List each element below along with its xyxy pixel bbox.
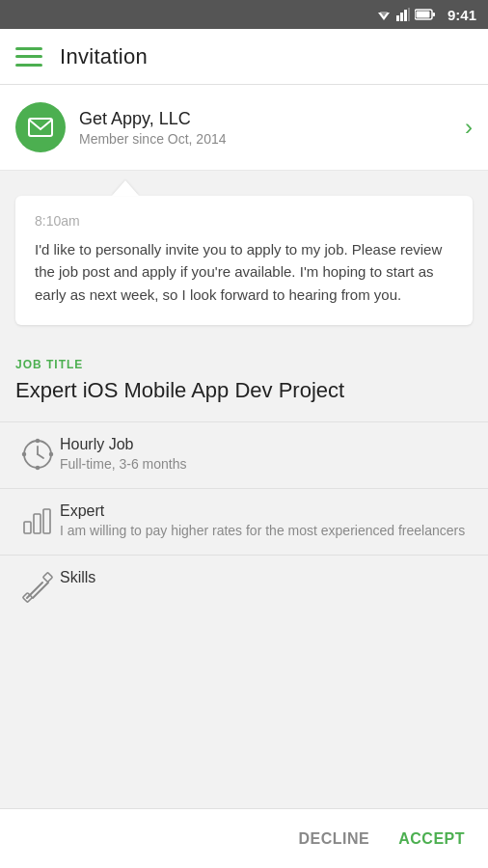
wifi-icon [376,8,392,21]
signal-icon [396,8,410,21]
svg-rect-4 [404,10,407,21]
svg-rect-7 [416,12,429,18]
skills-content: Skills [60,569,473,588]
bars-chart-icon [15,502,60,537]
bottom-action-bar: DECLINE ACCEPT [0,808,488,868]
expert-content: Expert I am willing to pay higher rates … [60,502,473,541]
bubble-arrow [112,180,139,196]
svg-rect-2 [396,15,399,21]
company-info: Get Appy, LLC Member since Oct, 2014 [79,109,465,147]
svg-point-16 [50,453,53,456]
job-section: JOB TITLE Expert iOS Mobile App Dev Proj… [0,342,488,405]
expert-label: Expert [60,502,473,520]
page-title: Invitation [60,44,148,69]
accept-button[interactable]: ACCEPT [398,830,465,848]
top-bar: Invitation [0,29,488,85]
decline-button[interactable]: DECLINE [298,830,369,848]
svg-rect-5 [408,8,410,21]
message-area: 8:10am I'd like to personally invite you… [0,171,488,342]
detail-row-expert: Expert I am willing to pay higher rates … [0,488,488,555]
status-bar: 9:41 [0,0,488,29]
svg-rect-19 [43,509,50,533]
company-name: Get Appy, LLC [79,109,465,129]
message-text: I'd like to personally invite you to app… [35,238,453,306]
svg-point-14 [37,467,40,470]
svg-line-12 [38,454,43,458]
job-title: Expert iOS Mobile App Dev Project [15,377,473,405]
svg-rect-18 [34,514,41,533]
status-time: 9:41 [447,7,476,23]
detail-row-skills: Skills [0,555,488,617]
svg-rect-3 [400,13,403,21]
company-since: Member since Oct, 2014 [79,131,465,147]
chevron-right-icon[interactable]: › [465,116,473,139]
svg-rect-23 [43,572,53,582]
company-card[interactable]: Get Appy, LLC Member since Oct, 2014 › [0,85,488,171]
svg-rect-8 [432,13,435,16]
company-avatar [15,102,66,152]
detail-row-hourly: Hourly Job Full-time, 3-6 months [0,421,488,488]
message-bubble: 8:10am I'd like to personally invite you… [15,196,473,325]
tools-icon [15,569,60,604]
job-details: Hourly Job Full-time, 3-6 months Expert … [0,421,488,616]
envelope-icon [28,118,53,137]
job-title-label: JOB TITLE [15,358,473,371]
menu-button[interactable] [15,47,42,67]
svg-point-15 [23,453,26,456]
message-time: 8:10am [35,213,453,229]
svg-rect-17 [24,522,31,533]
battery-icon [415,9,436,20]
skills-label: Skills [60,569,473,586]
svg-point-13 [37,440,40,443]
status-icons [376,8,436,21]
hourly-label: Hourly Job [60,436,473,453]
clock-icon [15,436,60,471]
hourly-sub: Full-time, 3-6 months [60,455,473,475]
hourly-content: Hourly Job Full-time, 3-6 months [60,436,473,475]
expert-sub: I am willing to pay higher rates for the… [60,522,473,541]
